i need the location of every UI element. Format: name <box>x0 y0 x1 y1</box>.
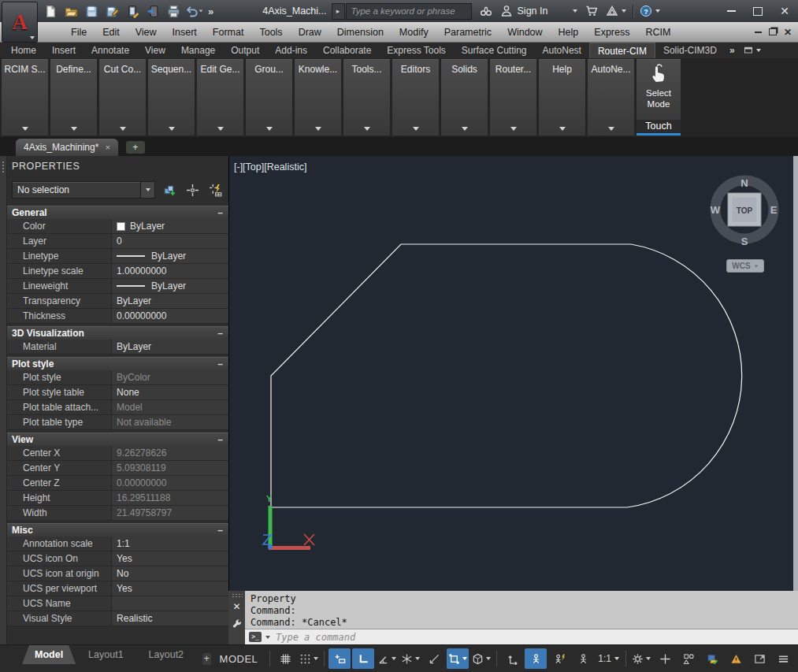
chevron-down-icon[interactable] <box>608 127 614 131</box>
collapse-icon[interactable]: – <box>217 359 223 369</box>
new-layout-button[interactable]: + <box>202 653 211 665</box>
close-button[interactable]: ✕ <box>771 2 798 20</box>
section-header-misc[interactable]: Misc– <box>7 523 228 536</box>
property-value[interactable]: Realistic <box>111 611 228 626</box>
property-value[interactable]: Not available <box>111 415 228 429</box>
chevron-down-icon[interactable] <box>510 127 517 131</box>
object-snap-tracking-icon[interactable] <box>423 648 445 669</box>
help-icon[interactable]: ? <box>640 5 652 17</box>
viewcube[interactable]: N W E S TOP <box>707 165 782 254</box>
property-value[interactable]: ByLayer <box>111 219 228 233</box>
chevron-down-icon[interactable] <box>655 9 660 13</box>
ribbon-tab-insert[interactable]: Insert <box>44 43 84 58</box>
property-value[interactable]: Yes <box>111 581 228 596</box>
close-icon[interactable]: ✕ <box>232 602 240 611</box>
object-snap-icon[interactable] <box>447 648 469 669</box>
snap-icon[interactable] <box>298 648 320 669</box>
layout-tab-model[interactable]: Model <box>22 645 76 664</box>
property-value[interactable]: No <box>111 566 228 581</box>
property-value[interactable]: 9.26278626 <box>111 446 228 460</box>
viewcube-east[interactable]: E <box>770 204 778 216</box>
chevron-down-icon[interactable] <box>559 127 566 131</box>
ribbon-panel-autone[interactable]: AutoNe... <box>588 59 634 136</box>
sign-in-button[interactable]: Sign In <box>500 5 578 17</box>
hardware-acceleration-warning-icon[interactable] <box>725 648 747 669</box>
annotation-visibility-icon[interactable] <box>525 648 547 669</box>
dynamic-input-icon[interactable] <box>328 648 351 669</box>
ribbon-tab-annotate[interactable]: Annotate <box>84 43 137 58</box>
property-value[interactable]: 0 <box>111 234 228 248</box>
ribbon-panel-knowle[interactable]: Knowle... <box>295 59 341 136</box>
3d-object-snap-icon[interactable] <box>470 648 492 669</box>
save-as-icon[interactable] <box>102 2 121 20</box>
section-header-view[interactable]: View– <box>7 433 228 446</box>
chevron-down-icon[interactable] <box>71 127 77 131</box>
ortho-icon[interactable] <box>352 648 374 669</box>
ribbon-panel-help[interactable]: Help <box>539 59 585 136</box>
chevron-down-icon[interactable] <box>364 127 370 131</box>
ribbon-tab-surface-cutting[interactable]: Surface Cutting <box>454 43 535 58</box>
chevron-down-icon[interactable] <box>217 127 224 131</box>
section-header-general[interactable]: General– <box>7 206 228 219</box>
doc-close-icon[interactable]: ✕ <box>784 28 792 37</box>
isometric-drafting-icon[interactable] <box>399 648 421 669</box>
command-input[interactable] <box>274 631 798 644</box>
property-value[interactable]: 0.00000000 <box>111 309 228 323</box>
ucs-icon[interactable]: Y <box>261 488 324 555</box>
ribbon-overflow-icon[interactable]: » <box>725 43 740 58</box>
maximize-button[interactable] <box>744 2 771 20</box>
ribbon-panel-sequen[interactable]: Sequen... <box>148 59 195 136</box>
app-store-cart-icon[interactable] <box>585 5 598 17</box>
close-icon[interactable]: × <box>105 143 109 152</box>
clean-screen-icon[interactable] <box>748 648 770 669</box>
menu-window[interactable]: Window <box>499 22 550 42</box>
ribbon-panel-cut-co[interactable]: Cut Co... <box>99 59 146 136</box>
select-objects-icon[interactable] <box>184 181 201 199</box>
property-value[interactable]: ByLayer <box>111 294 228 308</box>
collapse-icon[interactable]: – <box>217 329 223 338</box>
chevron-down-icon[interactable] <box>315 127 321 131</box>
qat-more-icon[interactable]: » <box>203 6 218 17</box>
isolate-objects-icon[interactable] <box>677 648 700 669</box>
touch-hand-icon[interactable] <box>649 60 668 87</box>
ribbon-panel-tools[interactable]: Tools... <box>343 59 390 136</box>
menu-draw[interactable]: Draw <box>291 22 329 42</box>
autodesk-exchange-icon[interactable] <box>606 5 618 17</box>
crosshair-icon[interactable] <box>654 648 676 669</box>
ucs-detect-icon[interactable] <box>501 648 523 669</box>
viewcube-south[interactable]: S <box>741 236 748 247</box>
command-prompt-icon[interactable]: >_ <box>249 632 262 642</box>
chevron-down-icon[interactable] <box>266 127 273 131</box>
model-space-badge[interactable]: MODEL <box>211 653 267 665</box>
property-value[interactable] <box>111 596 228 611</box>
undo-icon[interactable] <box>184 2 203 20</box>
select-mode-button[interactable]: SelectMode <box>646 88 671 110</box>
command-history[interactable]: PropertyCommand:Command: *Cancel* <box>245 591 798 629</box>
viewcube-face-top[interactable]: TOP <box>737 206 753 215</box>
workspace-switching-icon[interactable] <box>630 648 652 669</box>
doc-minimize-icon[interactable] <box>755 32 762 33</box>
menu-help[interactable]: Help <box>551 22 587 42</box>
selection-dropdown[interactable]: No selection <box>12 181 155 199</box>
chevron-down-icon[interactable] <box>140 182 154 198</box>
ribbon-tab-autonest[interactable]: AutoNest <box>535 43 589 58</box>
property-value[interactable]: Model <box>111 400 228 414</box>
ribbon-panel-rcim-s[interactable]: RCIM S... <box>2 59 48 136</box>
ribbon-tab-add-ins[interactable]: Add-ins <box>267 43 315 58</box>
ribbon-minimize-icon[interactable] <box>740 43 764 58</box>
graphics-performance-icon[interactable] <box>701 648 723 669</box>
property-value[interactable]: ByLayer <box>111 249 228 263</box>
chevron-down-icon[interactable] <box>413 127 419 131</box>
ribbon-panel-editors[interactable]: Editors <box>392 59 439 136</box>
palette-grip[interactable] <box>0 156 7 644</box>
property-value[interactable]: 16.29511188 <box>111 491 228 505</box>
save-icon[interactable] <box>82 2 101 20</box>
ribbon-tab-home[interactable]: Home <box>3 43 44 58</box>
layout-tab-layout1[interactable]: Layout1 <box>76 645 135 664</box>
plot-icon[interactable] <box>164 2 183 20</box>
menu-express[interactable]: Express <box>586 22 637 42</box>
ribbon-panel-define[interactable]: Define... <box>50 59 97 136</box>
quick-select-icon[interactable] <box>206 181 224 199</box>
collapse-icon[interactable]: – <box>217 435 223 444</box>
menu-format[interactable]: Format <box>205 22 252 42</box>
